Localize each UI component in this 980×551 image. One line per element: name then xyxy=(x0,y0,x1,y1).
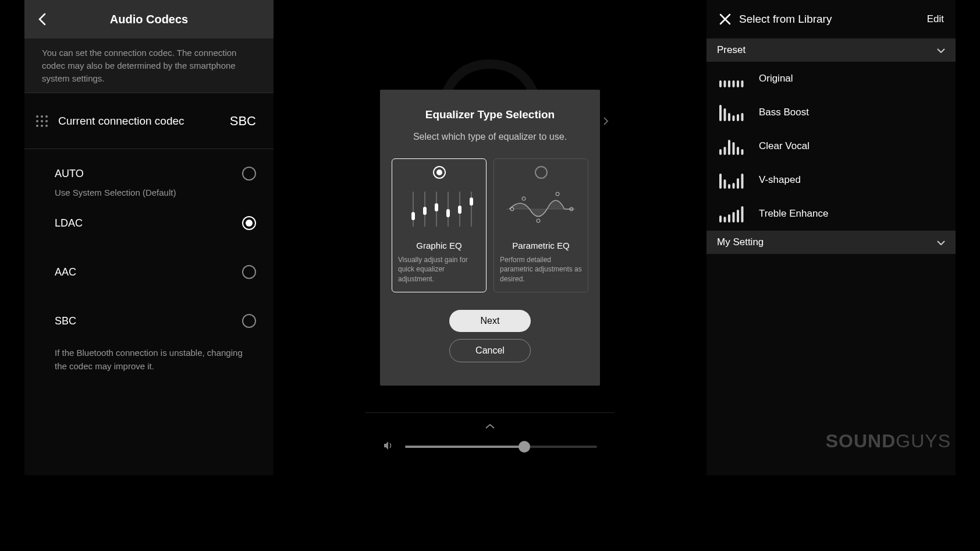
equalizer-type-modal: Equalizer Type Selection Select which ty… xyxy=(380,90,600,386)
codec-option-aac[interactable]: AAC xyxy=(24,253,274,291)
preset-list: OriginalBass BoostClear VocalV-shapedTre… xyxy=(706,62,956,231)
svg-rect-40 xyxy=(728,184,730,189)
codec-option-sbc[interactable]: SBC xyxy=(24,302,274,340)
chevron-down-icon xyxy=(937,45,945,55)
svg-rect-12 xyxy=(458,206,461,214)
svg-rect-22 xyxy=(728,80,730,87)
grid-icon xyxy=(35,114,49,128)
eq-bars-icon xyxy=(718,171,745,189)
header: Audio Codecs xyxy=(24,0,274,38)
cancel-button[interactable]: Cancel xyxy=(449,339,531,362)
codec-option-sub: Use System Selection (Default) xyxy=(24,188,274,197)
my-setting-section-header[interactable]: My Setting xyxy=(706,231,956,254)
svg-rect-33 xyxy=(724,147,726,155)
svg-rect-47 xyxy=(733,212,735,222)
eq-bars-icon xyxy=(718,137,745,155)
current-codec-value: SBC xyxy=(230,114,256,129)
preset-label: Original xyxy=(759,73,793,84)
volume-slider[interactable] xyxy=(405,446,597,448)
preset-item[interactable]: Treble Enhance xyxy=(706,197,956,231)
volume-row xyxy=(383,440,597,453)
svg-rect-21 xyxy=(724,80,726,87)
svg-rect-42 xyxy=(737,178,739,189)
svg-point-16 xyxy=(522,197,525,200)
slider-thumb[interactable] xyxy=(519,441,530,453)
radio-icon xyxy=(242,216,256,230)
header: Select from Library Edit xyxy=(706,0,956,38)
description: You can set the connection codec. The co… xyxy=(24,38,274,93)
preset-item[interactable]: Bass Boost xyxy=(706,96,956,129)
eq-option-desc: Visually adjust gain for quick equalizer… xyxy=(398,255,480,284)
expand-up-icon[interactable] xyxy=(383,419,597,432)
eq-option-graphic[interactable]: Graphic EQ Visually adjust gain for quic… xyxy=(392,158,487,292)
svg-rect-27 xyxy=(724,108,726,121)
svg-rect-46 xyxy=(728,214,730,222)
codec-option-ldac[interactable]: LDAC xyxy=(24,204,274,242)
library-screen: Select from Library Edit Preset Original… xyxy=(706,0,956,475)
svg-rect-44 xyxy=(719,216,722,222)
preset-item[interactable]: Original xyxy=(706,62,956,96)
current-codec-row: Current connection codec SBC xyxy=(24,93,274,149)
radio-icon xyxy=(242,167,256,181)
svg-rect-13 xyxy=(470,197,473,206)
svg-rect-38 xyxy=(719,174,722,189)
svg-rect-26 xyxy=(719,105,722,121)
eq-option-desc: Perform detailed parametric adjustments … xyxy=(500,255,582,284)
radio-icon xyxy=(433,166,446,179)
close-icon[interactable] xyxy=(718,12,732,26)
preset-item[interactable]: Clear Vocal xyxy=(706,129,956,163)
svg-rect-8 xyxy=(411,212,415,220)
svg-rect-31 xyxy=(741,113,744,121)
edit-button[interactable]: Edit xyxy=(927,13,944,25)
svg-rect-45 xyxy=(724,217,726,222)
codec-option-auto[interactable]: AUTO xyxy=(24,155,274,192)
watermark: SOUNDGUYS xyxy=(826,430,951,452)
back-icon[interactable] xyxy=(34,11,50,27)
preset-section-header[interactable]: Preset xyxy=(706,38,956,62)
modal-overlay: Equalizer Type Selection Select which ty… xyxy=(365,0,615,475)
parametric-eq-icon xyxy=(506,186,576,232)
modal-title: Equalizer Type Selection xyxy=(392,108,588,121)
eq-options: Graphic EQ Visually adjust gain for quic… xyxy=(392,158,588,292)
radio-icon xyxy=(242,314,256,328)
svg-rect-11 xyxy=(446,209,450,217)
page-title: Select from Library xyxy=(739,13,927,26)
svg-rect-37 xyxy=(741,149,744,155)
preset-item[interactable]: V-shaped xyxy=(706,163,956,197)
next-button[interactable]: Next xyxy=(449,310,531,332)
equalizer-screen: Equalizer Type Selection Select which ty… xyxy=(365,0,615,475)
svg-rect-43 xyxy=(741,174,744,189)
svg-rect-34 xyxy=(728,140,730,155)
svg-rect-41 xyxy=(733,183,735,189)
eq-bars-icon xyxy=(718,70,745,87)
preset-label: Clear Vocal xyxy=(759,140,809,152)
preset-label: Bass Boost xyxy=(759,107,809,118)
graphic-eq-icon xyxy=(404,186,474,232)
codec-list: AUTO Use System Selection (Default) LDAC… xyxy=(24,149,274,386)
svg-rect-36 xyxy=(737,147,739,155)
svg-rect-32 xyxy=(719,149,722,155)
eq-option-parametric[interactable]: Parametric EQ Perform detailed parametri… xyxy=(493,158,588,292)
svg-rect-23 xyxy=(733,80,735,87)
svg-point-17 xyxy=(537,219,540,222)
svg-rect-48 xyxy=(737,210,739,222)
svg-rect-10 xyxy=(435,203,438,211)
page-title: Audio Codecs xyxy=(50,13,264,26)
preset-label: Treble Enhance xyxy=(759,208,828,220)
volume-icon xyxy=(383,440,393,453)
svg-rect-24 xyxy=(737,80,739,87)
radio-icon xyxy=(535,166,548,179)
audio-codecs-screen: Audio Codecs You can set the connection … xyxy=(24,0,274,475)
svg-rect-49 xyxy=(741,206,744,222)
eq-bars-icon xyxy=(718,104,745,121)
preset-label: V-shaped xyxy=(759,174,801,186)
svg-rect-20 xyxy=(719,80,722,87)
svg-rect-9 xyxy=(423,207,427,215)
svg-rect-25 xyxy=(741,80,744,87)
eq-option-name: Graphic EQ xyxy=(416,241,461,250)
current-codec-label: Current connection codec xyxy=(58,115,230,128)
svg-point-18 xyxy=(556,192,559,196)
modal-subtitle: Select which type of equalizer to use. xyxy=(392,132,588,142)
svg-rect-30 xyxy=(737,114,739,121)
eq-option-name: Parametric EQ xyxy=(512,241,569,250)
